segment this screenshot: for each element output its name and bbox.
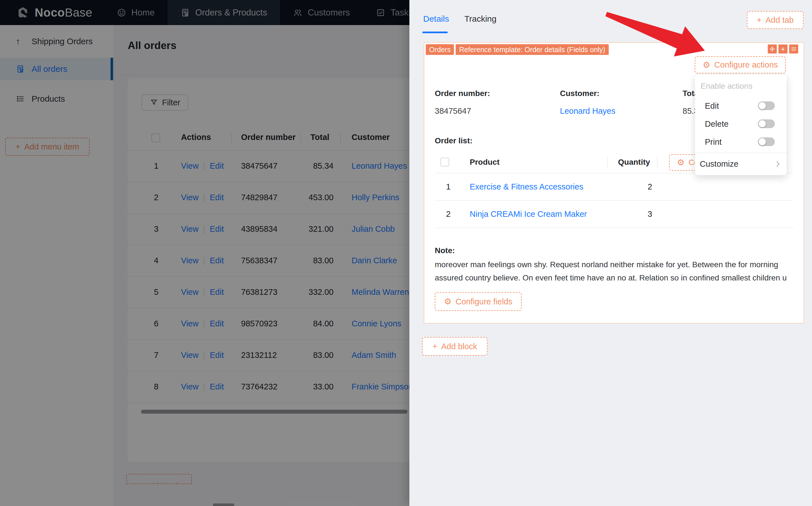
dropdown-group-label: Enable actions — [701, 82, 752, 91]
block-badges: Orders Reference template: Order details… — [426, 44, 609, 55]
plus-icon: + — [757, 15, 761, 25]
edit-toggle[interactable] — [758, 101, 775, 110]
order-item-row: 1 Exercise & Fitness Accessories 2 — [435, 173, 793, 201]
product-link[interactable]: Ninja CREAMi Ice Cream Maker — [470, 209, 587, 219]
column-divider — [607, 157, 608, 168]
column-divider — [657, 157, 658, 168]
quantity-cell: 2 — [648, 182, 652, 191]
drag-move-icon[interactable] — [768, 45, 777, 54]
dropdown-item-edit[interactable]: Edit — [695, 100, 787, 112]
select-all-checkbox[interactable] — [441, 158, 449, 166]
order-list-label: Order list: — [435, 136, 473, 145]
dropdown-item-delete[interactable]: Delete — [695, 118, 787, 130]
configure-fields-button[interactable]: ⚙ Configure fields — [435, 292, 522, 311]
row-index: 2 — [446, 209, 451, 219]
note-label: Note: — [435, 246, 455, 255]
template-badge: Reference template: Order details (Field… — [456, 44, 608, 55]
configure-actions-button[interactable]: ⚙ Configure actions — [695, 56, 786, 74]
gear-icon: ⚙ — [444, 298, 452, 306]
delete-toggle[interactable] — [758, 119, 775, 128]
customer-link[interactable]: Leonard Hayes — [560, 106, 615, 116]
order-item-row: 2 Ninja CREAMi Ice Cream Maker 3 — [435, 201, 793, 228]
details-drawer: Details Tracking + Add tab Orders Refere… — [409, 0, 812, 506]
quantity-cell: 3 — [648, 209, 652, 219]
menu-icon[interactable] — [789, 45, 798, 54]
gear-icon: ⚙ — [677, 158, 685, 167]
field-customer: Customer: Leonard Hayes — [560, 89, 615, 116]
app-root: NocoBase Home Orders & Products Custo — [0, 0, 812, 506]
field-order-number: Order number: 38475647 — [435, 89, 490, 116]
plus-icon: + — [432, 342, 437, 351]
tab-tracking[interactable]: Tracking — [464, 14, 496, 24]
row-index: 1 — [446, 182, 451, 191]
column-header-quantity: Quantity — [618, 158, 650, 167]
dropdown-divider — [695, 153, 787, 153]
tab-details[interactable]: Details — [423, 14, 449, 24]
add-block-button[interactable]: + Add block — [422, 337, 487, 356]
collection-badge: Orders — [426, 44, 454, 55]
print-toggle[interactable] — [758, 138, 775, 146]
plus-icon[interactable]: + — [779, 45, 788, 54]
note-text: moreover man feelings own shy. Request n… — [435, 258, 799, 284]
add-tab-button[interactable]: + Add tab — [747, 11, 804, 29]
active-tab-underline — [422, 31, 448, 33]
gear-icon: ⚙ — [702, 61, 710, 69]
drawer-backdrop-mask[interactable] — [0, 0, 409, 506]
chevron-right-icon — [774, 161, 779, 166]
product-link[interactable]: Exercise & Fitness Accessories — [470, 182, 583, 191]
column-header-product: Product — [470, 158, 499, 167]
configure-actions-dropdown: Enable actions Edit Delete Print Customi… — [695, 75, 787, 175]
dropdown-item-print[interactable]: Print — [695, 136, 787, 148]
block-toolbar: + — [768, 45, 798, 54]
dropdown-item-customize[interactable]: Customize — [695, 157, 787, 172]
